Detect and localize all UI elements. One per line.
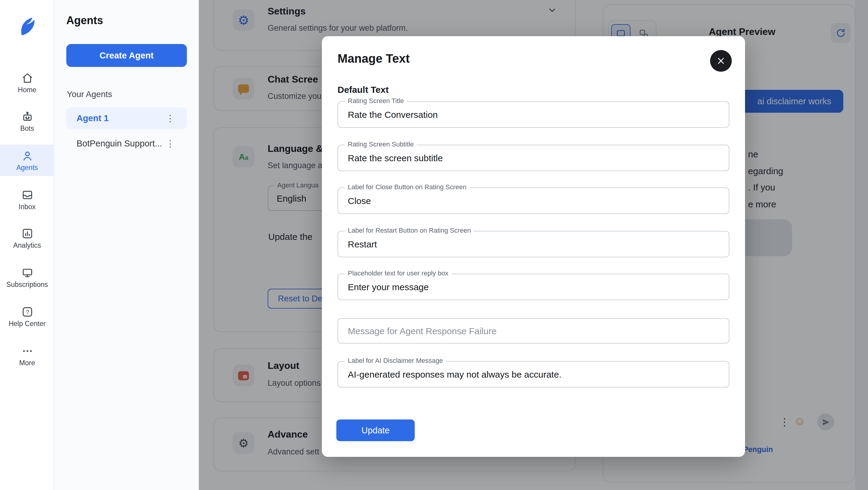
rail-item-agents[interactable]: Agents [0,145,54,176]
agent-list-item-botpenguin-support[interactable]: BotPenguin Support... ⋮ [66,133,187,154]
field-label: Label for AI Disclaimer Message [345,357,446,364]
field-label: Label for Close Button on Rating Screen [345,183,470,190]
field-value: Close [348,195,371,206]
botpenguin-logo-icon[interactable] [14,13,39,41]
more-dots-icon [0,345,54,358]
bar-chart-icon [0,227,54,240]
rail-item-analytics[interactable]: Analytics [0,226,54,249]
rating-screen-subtitle-field[interactable]: Rating Screen Subtitle Rate the screen s… [338,145,730,171]
manage-text-modal: Manage Text Default Text Rating Screen T… [322,36,745,457]
your-agents-label: Your Agents [67,89,112,99]
reply-box-placeholder-field[interactable]: Placeholder text for user reply box Ente… [338,274,730,300]
billboard-icon [0,266,54,279]
field-value: AI-generated responses may not always be… [348,369,561,379]
rail-item-inbox[interactable]: Inbox [0,187,54,211]
agent-name: Agent 1 [66,113,108,123]
svg-text:?: ? [26,309,29,315]
field-label: Label for Restart Button on Rating Scree… [345,226,474,234]
rail-label-bots: Bots [0,125,54,132]
rail-label-home: Home [0,86,54,94]
ai-disclaimer-label-field[interactable]: Label for AI Disclaimer Message AI-gener… [338,361,730,388]
rail-item-help-center[interactable]: ? Help Center [0,304,54,328]
field-label: Rating Screen Title [345,97,407,104]
question-mark-icon: ? [0,306,54,318]
agent-response-failure-field[interactable]: Message for Agent Response Failure [338,318,730,343]
field-value: Rate the screen subtitle [348,153,443,163]
field-value: Rate the Conversation [348,110,438,120]
agent-list-item-agent-1[interactable]: Agent 1 ⋮ [66,107,187,129]
rating-screen-title-field[interactable]: Rating Screen Title Rate the Conversatio… [338,101,730,128]
agent-name: BotPenguin Support... [66,139,162,148]
rail-item-home[interactable]: Home [0,70,54,94]
rail-item-bots[interactable]: Bots [0,109,54,132]
rail-label-agents: Agents [0,164,54,172]
update-button[interactable]: Update [336,420,415,441]
app-root: Home Bots Agents Inbox Analytics Subscri… [0,0,868,490]
modal-title: Manage Text [338,52,410,66]
rail-label-more: More [0,359,54,367]
inbox-icon [0,189,54,201]
restart-button-label-field[interactable]: Label for Restart Button on Rating Scree… [338,231,730,257]
kebab-menu-icon[interactable]: ⋮ [166,114,175,123]
close-icon[interactable] [710,50,732,72]
kebab-menu-icon[interactable]: ⋮ [166,139,175,148]
robot-icon [0,110,54,123]
home-icon [0,72,54,84]
rail-label-subscriptions: Subscriptions [0,281,54,289]
rail-item-subscriptions[interactable]: Subscriptions [0,265,54,289]
rail-label-analytics: Analytics [0,242,54,249]
field-value: Enter your message [348,282,429,292]
default-text-section-label: Default Text [338,84,389,95]
sidebar-title: Agents [66,14,103,27]
field-value: Restart [348,239,377,249]
field-label: Rating Screen Subtitle [345,141,417,148]
create-agent-button[interactable]: Create Agent [66,44,187,67]
rail-label-inbox: Inbox [0,203,54,211]
agent-headset-icon [0,150,54,162]
field-label: Placeholder text for user reply box [345,269,452,277]
field-placeholder: Message for Agent Response Failure [348,326,497,336]
rail-item-more[interactable]: More [0,343,54,367]
close-button-label-field[interactable]: Label for Close Button on Rating Screen … [338,187,730,214]
rail-label-help-center: Help Center [0,320,54,328]
icon-rail: Home Bots Agents Inbox Analytics Subscri… [0,0,54,490]
agents-sidebar: Agents Create Agent Your Agents Agent 1 … [54,0,199,490]
